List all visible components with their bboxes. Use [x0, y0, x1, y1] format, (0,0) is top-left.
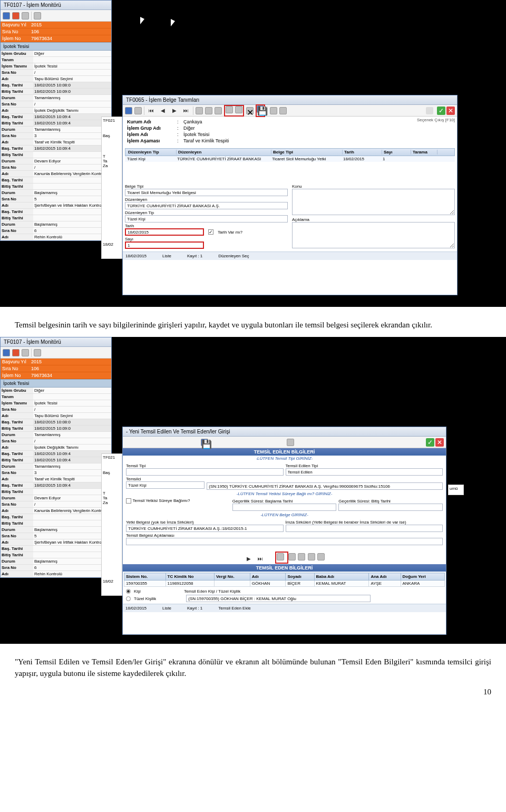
- lbl-temsil-tipi: Temsil Tipi: [126, 463, 284, 468]
- paragraph-1: Temsil belgesinin tarih ve sayı bilgiler…: [0, 313, 506, 337]
- yeni-temsil-window: - Yeni Temsil Edilen Ve Temsil Eden/ler …: [122, 427, 446, 635]
- textarea-aciklama[interactable]: [292, 222, 455, 248]
- input-imza[interactable]: [286, 525, 443, 532]
- apply-icon[interactable]: [437, 107, 445, 115]
- lbl-temsil-eden: Temsil Eden Kişi / Tüzel Kişilik: [184, 589, 240, 594]
- lbl-bit-1: Bitiş Tarihi: [1, 89, 33, 94]
- input-temsil-eden[interactable]: [186, 595, 371, 602]
- tf0065-status: 18/02/2015 Liste Kayıt : 1 Düzenleyen Se…: [123, 252, 457, 260]
- temsil-eden-table: Sistem No. TC Kimlik No Vergi No. Adı So…: [124, 573, 445, 587]
- close-icon[interactable]: [446, 107, 455, 115]
- help-icon[interactable]: [279, 107, 287, 114]
- refresh-icon[interactable]: [3, 349, 10, 356]
- input-sayi[interactable]: [125, 241, 204, 249]
- print-icon[interactable]: [270, 107, 277, 114]
- lbl-tuzel: Tüzel Kişilik: [134, 596, 156, 601]
- checkbox-tarih-var[interactable]: [208, 229, 213, 235]
- last-icon[interactable]: ⏭: [181, 108, 191, 113]
- tool2-icon[interactable]: [288, 553, 296, 560]
- input-temsilci[interactable]: [207, 482, 443, 490]
- doc1-icon[interactable]: [226, 106, 233, 113]
- doc-icon[interactable]: [34, 349, 41, 356]
- tool-icon[interactable]: [277, 553, 284, 560]
- radio-tuzel[interactable]: [126, 596, 131, 601]
- lbl-islem-tanimi: İşlem Tanımı: [1, 63, 33, 69]
- save-icon[interactable]: 💾: [257, 105, 264, 113]
- lbl-tanim: Tanım: [1, 57, 33, 63]
- lbl-aciklama: Açıklama: [292, 217, 455, 222]
- prev-icon[interactable]: ◀: [158, 108, 168, 113]
- instr-2: -LÜTFEN Temsil Yetkisi Süreye Bağlı mı? …: [123, 491, 446, 497]
- save-highlight: 💾: [256, 104, 265, 117]
- input-belge-tipi[interactable]: [125, 189, 288, 196]
- lbl-adi-1: Adı: [1, 76, 33, 82]
- first-icon[interactable]: ⏮: [147, 108, 156, 113]
- yeni-temsil-status: 18/02/2015 Liste Kayıt : 1 Temsil Eden E…: [123, 604, 446, 612]
- monitor-grid: İşlem GrubuDiğer Tanım İşlem Tanımıİpote…: [1, 51, 111, 240]
- screenshot-2: TF0107 - İşlem Monitörü Başvuru Yıl2015 …: [0, 337, 506, 644]
- header-kv: Başvuru Yıl2015 Sıra No106 İşlem No79673…: [1, 22, 111, 42]
- input-temsil-edilen-tip[interactable]: [286, 468, 443, 476]
- secenek-label: Seçenek Çıkış [F10]: [417, 118, 455, 122]
- input-tarih[interactable]: [125, 228, 204, 236]
- separator: [31, 12, 32, 20]
- props-icon[interactable]: [22, 12, 29, 20]
- red-box-group: [224, 105, 244, 117]
- lbl-gec-bas: Geçerlilik Süresi: Başlama Tarihi: [232, 499, 337, 504]
- page-number: 10: [0, 685, 506, 707]
- user-icon[interactable]: [12, 12, 20, 20]
- input-temsilci-tip[interactable]: [126, 481, 205, 489]
- lbl-bas-1: Baş. Tarihi: [1, 82, 33, 88]
- clip-icon[interactable]: [426, 107, 433, 114]
- tool3-icon[interactable]: [298, 553, 305, 560]
- screenshot-1: TF0107 - İşlem Monitörü Başvuru Yıl2015 …: [0, 0, 506, 307]
- lbl-konu: Konu: [292, 184, 455, 189]
- yeni-temsil-title: - Yeni Temsil Edilen Ve Temsil Eden/ler …: [123, 427, 446, 437]
- input-duzenleyen[interactable]: [125, 202, 288, 209]
- ipotek-bar: İpotek Tesisi: [1, 42, 111, 51]
- input-temsil-aciklama[interactable]: [126, 538, 443, 545]
- input-gec-bit[interactable]: [338, 504, 443, 511]
- input-gec-bas[interactable]: [232, 504, 337, 511]
- cursor-2: [171, 19, 177, 27]
- instr-1: -LÜTFEN Temsil Tipi GİRİNİZ-: [123, 456, 446, 461]
- table-row[interactable]: 159700355 11989122058 GÖKHAN BİÇER KEMAL…: [124, 581, 445, 587]
- lbl-temsilci: Temsilci: [126, 477, 205, 481]
- refresh-icon[interactable]: [3, 12, 10, 20]
- input-duz-tip[interactable]: [125, 215, 288, 223]
- props-icon[interactable]: [22, 349, 29, 356]
- radio-kisi[interactable]: [126, 589, 131, 594]
- input-yetki[interactable]: [126, 525, 284, 532]
- cursor-1: [140, 17, 147, 25]
- tool5-icon[interactable]: [317, 553, 325, 560]
- edit-icon[interactable]: [205, 107, 212, 114]
- nav-last-icon[interactable]: ⏭: [256, 556, 265, 562]
- input-temsil-tipi[interactable]: [126, 468, 284, 476]
- tool4-icon[interactable]: [308, 553, 315, 560]
- val-diger: Diğer: [33, 51, 111, 56]
- apply-icon[interactable]: [426, 438, 434, 447]
- lbl-gec-bit: Geçerlilik Süresi: Bitiş Tarihi: [338, 499, 443, 504]
- delete-icon[interactable]: ✕: [246, 107, 254, 114]
- table-icon[interactable]: [134, 107, 142, 114]
- kv-basvuru-yil: Başvuru Yıl2015: [1, 22, 111, 28]
- checkbox-sureye[interactable]: [126, 498, 131, 504]
- lbl-duz-tip: Düzenleyen Tip: [125, 210, 288, 215]
- doc2-icon[interactable]: [235, 106, 242, 113]
- lbl-imza: İmza Sirküleri (Yetki Belgesi ile berabe…: [286, 520, 443, 525]
- textarea-konu[interactable]: [292, 189, 455, 215]
- user-icon[interactable]: [12, 349, 20, 356]
- tf0065-data-row[interactable]: Tüzel Kişi TÜRKİYE CUMHURİYETİ ZİRAAT BA…: [125, 156, 455, 162]
- copy-icon[interactable]: [215, 107, 222, 114]
- nav-next-icon[interactable]: ▶: [244, 556, 254, 562]
- lbl-islem-grubu: İşlem Grubu: [1, 51, 33, 56]
- close-icon[interactable]: [435, 438, 444, 447]
- tf0065-grid-header: Düzenleyen Tip Düzenleyen Belge Tipi Tar…: [125, 148, 455, 156]
- highlighted-tool: [275, 552, 288, 564]
- new-icon[interactable]: [196, 107, 203, 114]
- home-icon[interactable]: [125, 107, 132, 114]
- doc-icon[interactable]: [34, 12, 41, 20]
- next-icon[interactable]: ▶: [170, 108, 179, 113]
- save-icon[interactable]: 💾: [201, 439, 208, 446]
- print-icon[interactable]: [287, 439, 294, 446]
